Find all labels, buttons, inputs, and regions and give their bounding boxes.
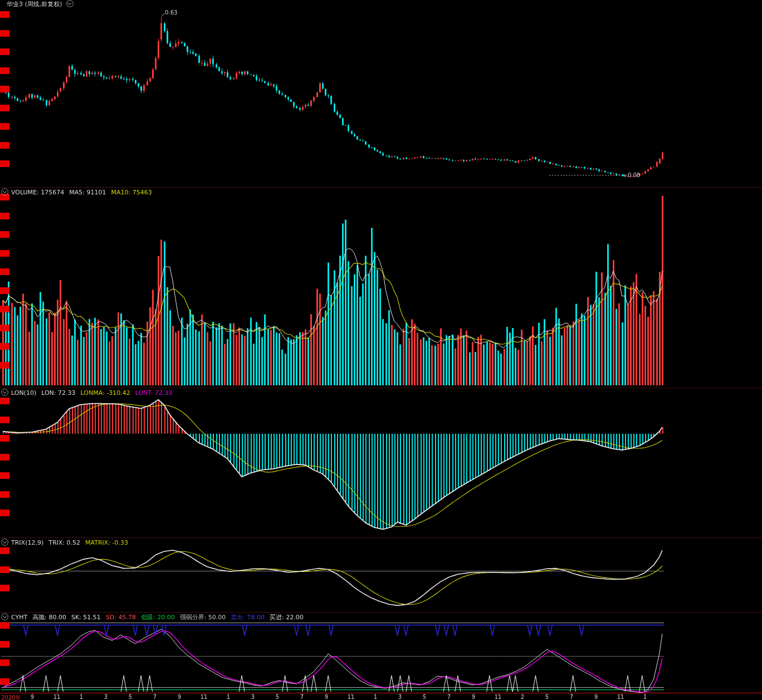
- left-axis-marker: [0, 123, 9, 130]
- axis-month-label: 5: [541, 694, 553, 700]
- axis-month-label: 7: [443, 694, 455, 700]
- axis-month-label: 9: [467, 694, 480, 700]
- header-field: 强弱分界: 50.00: [180, 614, 226, 621]
- left-axis-marker: [0, 362, 9, 369]
- left-axis-marker: [0, 510, 9, 516]
- chart-canvas[interactable]: [0, 0, 762, 700]
- left-axis-marker: [0, 641, 9, 648]
- price-annotation-high: 0.63: [165, 9, 177, 16]
- left-axis-marker: [0, 250, 9, 257]
- header-field: 高抛: 80.00: [32, 614, 66, 621]
- axis-month-label: 9: [320, 694, 333, 700]
- left-axis-marker: [0, 11, 9, 18]
- header-field: LONT: 72.33: [135, 389, 173, 396]
- stock-chart-app: 华业3 (周线,前复权) VOLUME: 175674MA5: 91101MA1…: [0, 0, 762, 700]
- chevron-down-icon[interactable]: [1, 188, 8, 195]
- left-axis-marker: [0, 398, 9, 404]
- left-axis-marker: [0, 678, 9, 685]
- header-field: LONMA: -310.42: [81, 389, 130, 396]
- header-field: 买进: 22.00: [270, 614, 304, 621]
- chevron-down-icon[interactable]: [66, 0, 74, 7]
- header-field: SD: 45.78: [106, 614, 136, 621]
- axis-month-label: 11: [198, 694, 210, 700]
- axis-month-label: 3: [394, 694, 406, 700]
- axis-month-label: 1: [369, 694, 382, 700]
- header-field: LON(10): [11, 389, 36, 396]
- left-axis-marker: [0, 213, 9, 219]
- header-field: LON: 72.33: [41, 389, 75, 396]
- axis-month-label: 1: [222, 694, 235, 700]
- axis-month-label: 9: [173, 694, 185, 700]
- header-field: 卖出: 78.00: [231, 614, 265, 621]
- axis-month-label: 2: [516, 694, 529, 700]
- header-field: SK: 51.51: [71, 614, 101, 621]
- page-title: 华业3 (周线,前复权): [7, 1, 62, 8]
- left-axis-marker: [0, 86, 9, 92]
- left-axis-marker: [0, 105, 9, 111]
- axis-month-label: 7: [565, 694, 578, 700]
- header-field: MA5: 91101: [69, 189, 106, 196]
- left-axis-marker: [0, 48, 9, 55]
- left-axis-marker: [0, 142, 9, 149]
- chevron-down-icon[interactable]: [1, 613, 8, 620]
- axis-month-label: 7: [296, 694, 308, 700]
- axis-month-label: 11: [492, 694, 504, 700]
- header-field: TRIX(12,9): [11, 539, 43, 546]
- left-axis-marker: [0, 622, 9, 629]
- left-axis-marker: [0, 585, 9, 591]
- axis-month-label: 3: [100, 694, 112, 700]
- cyht-header: CYHT高抛: 80.00SK: 51.51SD: 45.78低吸: 20.00…: [1, 613, 309, 621]
- trix-header: TRIX(12,9)TRIX: 0.52MATRIX: -0.33: [1, 539, 133, 546]
- price-annotation-low: ←0.08: [623, 172, 641, 178]
- left-axis-marker: [0, 306, 9, 312]
- axis-month-label: 11: [51, 694, 63, 700]
- header-field: VOLUME: 175674: [11, 189, 64, 196]
- high-price-label: 0.63: [165, 9, 177, 16]
- left-axis-marker: [0, 287, 9, 294]
- header-field: CYHT: [11, 614, 27, 621]
- volume-header-items: VOLUME: 175674MA5: 91101MA10: 75463: [11, 189, 157, 196]
- low-price-label: 0.08: [628, 172, 640, 178]
- left-axis-marker: [0, 566, 9, 573]
- left-axis-marker: [0, 160, 9, 167]
- axis-month-label: 1: [75, 694, 87, 700]
- trix-header-items: TRIX(12,9)TRIX: 0.52MATRIX: -0.33: [11, 539, 133, 546]
- axis-month-label: 11: [614, 694, 627, 700]
- left-axis-marker: [0, 659, 9, 666]
- lon-header: LON(10)LON: 72.33LONMA: -310.42LONT: 72.…: [1, 389, 177, 396]
- header-field: 低吸: 20.00: [141, 614, 175, 621]
- header-field: MA10: 75463: [111, 189, 152, 196]
- left-axis-marker: [0, 472, 9, 479]
- left-axis-marker: [0, 343, 9, 350]
- axis-month-label: 11: [345, 694, 357, 700]
- header-field: MATRIX: -0.33: [85, 539, 128, 546]
- left-axis-marker: [0, 435, 9, 442]
- axis-month-label: 3: [247, 694, 259, 700]
- title-bar: 华业3 (周线,前复权): [7, 0, 74, 8]
- left-axis-marker: [0, 231, 9, 238]
- header-field: TRIX: 0.52: [48, 539, 80, 546]
- axis-month-label: 5: [418, 694, 431, 700]
- left-axis-marker: [0, 67, 9, 74]
- axis-month-label: 7: [149, 694, 161, 700]
- left-axis-marker: [0, 325, 9, 331]
- chevron-down-icon[interactable]: [1, 389, 8, 396]
- axis-month-label: 1: [639, 694, 651, 700]
- left-axis-marker: [0, 268, 9, 275]
- left-axis-marker: [0, 454, 9, 461]
- lon-header-items: LON(10)LON: 72.33LONMA: -310.42LONT: 72.…: [11, 389, 177, 396]
- chevron-down-icon[interactable]: [1, 539, 8, 546]
- left-axis-marker: [0, 491, 9, 498]
- axis-month-label: 9: [590, 694, 602, 700]
- axis-month-label: 5: [271, 694, 284, 700]
- axis-month-label: 9: [26, 694, 38, 700]
- left-axis-marker: [0, 417, 9, 423]
- axis-month-label: 5: [124, 694, 136, 700]
- left-axis-marker: [0, 547, 9, 554]
- volume-header: VOLUME: 175674MA5: 91101MA10: 75463: [1, 188, 157, 196]
- cyht-header-items: CYHT高抛: 80.00SK: 51.51SD: 45.78低吸: 20.00…: [11, 614, 309, 621]
- arrow-left-icon: ←: [623, 172, 628, 178]
- axis-year-label: 2020年: [1, 694, 21, 700]
- left-axis-marker: [0, 30, 9, 37]
